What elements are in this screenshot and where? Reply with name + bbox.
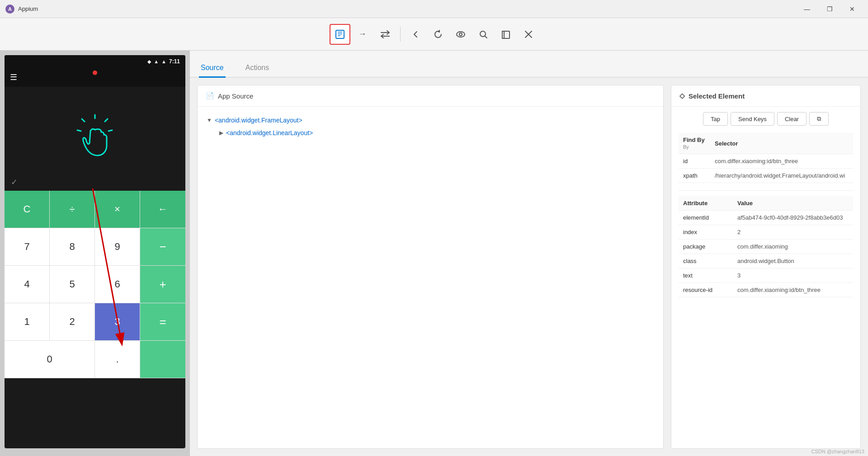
swap-tool-button[interactable] (375, 24, 396, 45)
calc-btn-8[interactable]: 8 (50, 228, 95, 265)
calc-btn-2[interactable]: 2 (50, 303, 95, 340)
find-selector-table: Find By By Selector idcom.differ.xiaomin… (679, 133, 853, 183)
selector-header: Selector (710, 133, 853, 154)
calc-btn-6[interactable]: 6 (95, 266, 140, 303)
select-tool-button[interactable] (330, 24, 350, 45)
tap-button[interactable]: Tap (703, 112, 728, 126)
app-topbar: ☰ (5, 68, 185, 87)
copy-element-button[interactable]: ⧉ (809, 112, 829, 126)
calc-btn-subtract[interactable]: − (140, 228, 185, 265)
svg-rect-0 (336, 30, 344, 38)
copy-clipboard-button[interactable] (495, 24, 516, 45)
calc-btn-equals[interactable]: = (140, 303, 185, 340)
attribute-value-cell: 2 (733, 225, 853, 240)
status-time: 7:11 (169, 58, 180, 65)
arrow-tool-button[interactable]: → (352, 24, 373, 45)
eye-button[interactable] (450, 24, 471, 45)
hand-cursor-icon (72, 114, 118, 164)
svg-line-6 (105, 119, 108, 122)
svg-point-2 (459, 33, 462, 36)
calc-buttons: C ÷ × ← 7 8 9 − 4 5 6 + (5, 191, 185, 378)
search-button[interactable] (473, 24, 494, 45)
calc-btn-backspace[interactable]: ← (140, 191, 185, 228)
toolbar: → (0, 18, 868, 51)
attribute-row: classandroid.widget.Button (679, 254, 853, 268)
attribute-name-cell: class (679, 254, 733, 268)
section-divider (679, 190, 853, 191)
calc-btn-4[interactable]: 4 (5, 266, 50, 303)
calc-row-3: 4 5 6 + (5, 266, 185, 303)
restore-button[interactable]: ❐ (819, 2, 840, 16)
svg-line-9 (77, 130, 81, 131)
tab-actions[interactable]: Actions (244, 59, 271, 78)
tree-label-linearlayout: <android.widget.LinearLayout> (226, 129, 313, 136)
doc-icon: 📄 (206, 92, 214, 100)
tabs-bar: Source Actions (190, 51, 868, 78)
diamond-icon: ◇ (679, 92, 685, 100)
calc-btn-dot[interactable]: . (95, 341, 140, 378)
tree-arrow-framelayout: ▼ (207, 117, 212, 123)
status-bar: ◆ ▲ ▲ 7:11 (5, 55, 185, 68)
attribute-name-cell: elementId (679, 211, 733, 225)
calc-row-5: 0 . (5, 341, 185, 378)
send-keys-button[interactable]: Send Keys (731, 112, 774, 126)
attribute-value-cell: af5ab474-9cf0-40df-8929-2f8abb3e6d03 (733, 211, 853, 225)
calc-btn-7[interactable]: 7 (5, 228, 50, 265)
toolbar-close-button[interactable] (518, 24, 539, 45)
main-content: ◆ ▲ ▲ 7:11 ☰ (0, 51, 868, 456)
find-by-cell: id (679, 154, 710, 169)
tree-label-framelayout: <android.widget.FrameLayout> (215, 117, 302, 124)
title-bar: A Appium — ❐ ✕ (0, 0, 868, 18)
calc-row-2: 7 8 9 − (5, 228, 185, 266)
source-panel-title: App Source (218, 92, 253, 100)
attribute-row: packagecom.differ.xiaoming (679, 240, 853, 254)
calc-btn-add[interactable]: + (140, 266, 185, 303)
calc-display: ✓ (5, 87, 185, 191)
calc-btn-equals-bottom[interactable] (140, 341, 185, 378)
svg-point-3 (480, 31, 486, 37)
selected-element-title: Selected Element (689, 92, 745, 100)
calc-row-4: 1 2 3 = (5, 303, 185, 341)
app-icon: A (5, 5, 14, 14)
svg-line-7 (108, 130, 112, 131)
calc-btn-multiply[interactable]: × (95, 191, 140, 228)
calc-btn-c[interactable]: C (5, 191, 50, 228)
selected-element-panel: ◇ Selected Element Tap Send Keys Clear ⧉ (671, 85, 861, 449)
attribute-name-cell: package (679, 240, 733, 254)
calc-row-1: C ÷ × ← (5, 191, 185, 228)
tab-source[interactable]: Source (199, 59, 226, 78)
value-header: Value (733, 196, 853, 211)
calc-btn-0[interactable]: 0 (5, 341, 95, 378)
phone-panel: ◆ ▲ ▲ 7:11 ☰ (0, 51, 190, 456)
attributes-table: Attribute Value elementIdaf5ab474-9cf0-4… (679, 196, 853, 297)
clear-button[interactable]: Clear (777, 112, 807, 126)
calc-btn-divide[interactable]: ÷ (50, 191, 95, 228)
calc-btn-5[interactable]: 5 (50, 266, 95, 303)
tree-item-linearlayout[interactable]: ▶ <android.widget.LinearLayout> (205, 127, 656, 139)
attribute-name-cell: resource-id (679, 283, 733, 297)
back-button[interactable] (405, 24, 426, 45)
selector-cell: com.differ.xiaoming:id/btn_three (710, 154, 853, 169)
attribute-row: elementIdaf5ab474-9cf0-40df-8929-2f8abb3… (679, 211, 853, 225)
calc-btn-9[interactable]: 9 (95, 228, 140, 265)
tree-arrow-linearlayout: ▶ (219, 130, 223, 136)
hamburger-icon: ☰ (10, 72, 17, 82)
find-by-cell: xpath (679, 169, 710, 183)
close-button[interactable]: ✕ (842, 2, 863, 16)
toolbar-divider (400, 27, 401, 42)
attribute-name-cell: index (679, 225, 733, 240)
source-panel: 📄 App Source ▼ <android.widget.FrameLayo… (197, 85, 664, 449)
location-icon: ◆ (147, 59, 151, 65)
minimize-button[interactable]: — (797, 2, 817, 16)
attribute-row: resource-idcom.differ.xiaoming:id/btn_th… (679, 283, 853, 297)
calc-btn-3[interactable]: 3 (95, 303, 140, 340)
phone-screen: ◆ ▲ ▲ 7:11 ☰ (5, 55, 185, 448)
calc-btn-1[interactable]: 1 (5, 303, 50, 340)
selector-cell: /hierarchy/android.widget.FrameLayout/an… (710, 169, 853, 183)
attribute-value-cell: com.differ.xiaoming:id/btn_three (733, 283, 853, 297)
tree-item-framelayout[interactable]: ▼ <android.widget.FrameLayout> (205, 114, 656, 127)
attribute-row: text3 (679, 268, 853, 283)
refresh-button[interactable] (428, 24, 448, 45)
panels-row: 📄 App Source ▼ <android.widget.FrameLayo… (190, 78, 868, 456)
svg-rect-4 (504, 31, 509, 38)
